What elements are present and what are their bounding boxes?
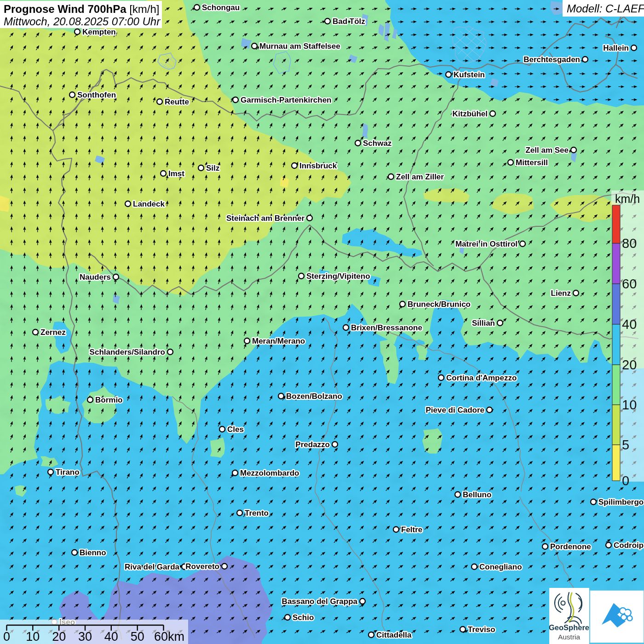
svg-text:Innsbruck: Innsbruck bbox=[299, 161, 337, 170]
svg-text:Kufstein: Kufstein bbox=[454, 70, 485, 79]
svg-text:Sillian: Sillian bbox=[472, 319, 495, 328]
svg-text:Tirano: Tirano bbox=[56, 468, 80, 477]
svg-text:Riva del Garda: Riva del Garda bbox=[125, 563, 180, 571]
svg-text:Steinach am Brenner: Steinach am Brenner bbox=[226, 214, 305, 223]
svg-text:Bassano del Grappa: Bassano del Grappa bbox=[282, 597, 358, 606]
svg-text:Cortina d'Ampezzo: Cortina d'Ampezzo bbox=[446, 374, 517, 382]
svg-text:Mittersill: Mittersill bbox=[516, 158, 548, 167]
svg-text:Hallein: Hallein bbox=[603, 44, 629, 52]
svg-text:Cittadella: Cittadella bbox=[376, 631, 412, 639]
svg-text:Schlanders/Silandro: Schlanders/Silandro bbox=[90, 348, 165, 356]
svg-text:Berchtesgaden: Berchtesgaden bbox=[523, 55, 580, 64]
svg-text:km/h: km/h bbox=[615, 192, 640, 205]
svg-text:Schongau: Schongau bbox=[202, 3, 240, 12]
svg-text:Codroipo: Codroipo bbox=[614, 541, 644, 550]
svg-text:Imst: Imst bbox=[168, 169, 184, 178]
svg-text:Reutte: Reutte bbox=[165, 98, 189, 106]
svg-text:5: 5 bbox=[622, 437, 629, 452]
svg-text:60: 60 bbox=[622, 276, 637, 291]
svg-text:Belluno: Belluno bbox=[463, 490, 491, 499]
svg-text:Modell: C-LAEF: Modell: C-LAEF bbox=[567, 2, 644, 15]
svg-text:30: 30 bbox=[78, 630, 92, 644]
svg-text:Silz: Silz bbox=[206, 164, 219, 172]
svg-text:Bienno: Bienno bbox=[80, 548, 106, 557]
svg-text:Zell am See: Zell am See bbox=[525, 146, 569, 155]
svg-text:Murnau am Staffelsee: Murnau am Staffelsee bbox=[259, 42, 340, 51]
svg-text:Matrei in Osttirol: Matrei in Osttirol bbox=[455, 240, 518, 248]
svg-text:Pieve di Cadore: Pieve di Cadore bbox=[426, 406, 484, 414]
svg-text:Zernez: Zernez bbox=[40, 328, 66, 337]
svg-text:0: 0 bbox=[3, 630, 10, 644]
svg-text:Bruneck/Brunico: Bruneck/Brunico bbox=[408, 300, 471, 309]
svg-text:GeoSphere: GeoSphere bbox=[549, 623, 589, 632]
svg-text:60km: 60km bbox=[154, 630, 184, 644]
svg-text:Mezzolombardo: Mezzolombardo bbox=[240, 469, 299, 477]
svg-text:Sonthofen: Sonthofen bbox=[77, 91, 116, 99]
svg-text:Pordenone: Pordenone bbox=[550, 542, 591, 551]
svg-text:Rovereto: Rovereto bbox=[185, 562, 219, 571]
svg-text:Feltre: Feltre bbox=[401, 525, 422, 534]
svg-text:Conegliano: Conegliano bbox=[479, 563, 522, 571]
svg-text:Treviso: Treviso bbox=[468, 625, 495, 634]
svg-text:Kitzbühel: Kitzbühel bbox=[453, 109, 488, 118]
svg-text:Prognose Wind 700hPa [km/h]: Prognose Wind 700hPa [km/h] bbox=[4, 3, 160, 15]
svg-text:Kempten: Kempten bbox=[82, 28, 116, 36]
svg-text:80: 80 bbox=[622, 236, 637, 251]
svg-text:Schwaz: Schwaz bbox=[363, 139, 391, 148]
svg-text:Sterzing/Vipiteno: Sterzing/Vipiteno bbox=[306, 272, 370, 281]
svg-text:Trento: Trento bbox=[245, 509, 269, 518]
svg-text:Garmisch-Partenkirchen: Garmisch-Partenkirchen bbox=[241, 96, 331, 104]
svg-text:Lienz: Lienz bbox=[551, 289, 571, 298]
svg-text:Landeck: Landeck bbox=[133, 200, 165, 208]
svg-text:Bad Tölz: Bad Tölz bbox=[333, 17, 365, 26]
svg-text:Schio: Schio bbox=[293, 613, 314, 622]
svg-text:20: 20 bbox=[622, 357, 637, 372]
svg-text:Zell am Ziller: Zell am Ziller bbox=[396, 172, 444, 181]
svg-text:50: 50 bbox=[131, 630, 144, 644]
svg-text:10: 10 bbox=[622, 397, 637, 412]
svg-text:Meran/Merano: Meran/Merano bbox=[252, 337, 305, 345]
svg-text:Spilimbergo: Spilimbergo bbox=[598, 498, 644, 506]
svg-text:0: 0 bbox=[622, 473, 629, 488]
svg-text:Nauders: Nauders bbox=[80, 273, 111, 282]
svg-text:Bozen/Bolzano: Bozen/Bolzano bbox=[286, 392, 342, 401]
svg-text:Austria: Austria bbox=[558, 633, 581, 641]
svg-text:10: 10 bbox=[26, 630, 40, 644]
svg-text:Mittwoch, 20.08.2025 07:00 Uhr: Mittwoch, 20.08.2025 07:00 Uhr bbox=[4, 15, 161, 28]
svg-text:Bormio: Bormio bbox=[95, 396, 123, 404]
svg-text:40: 40 bbox=[622, 317, 637, 332]
svg-text:Brixen/Bressanone: Brixen/Bressanone bbox=[351, 323, 422, 332]
svg-text:Cles: Cles bbox=[227, 425, 244, 434]
svg-text:20: 20 bbox=[52, 630, 66, 644]
svg-text:40: 40 bbox=[104, 630, 118, 644]
svg-text:Predazzo: Predazzo bbox=[295, 440, 330, 449]
